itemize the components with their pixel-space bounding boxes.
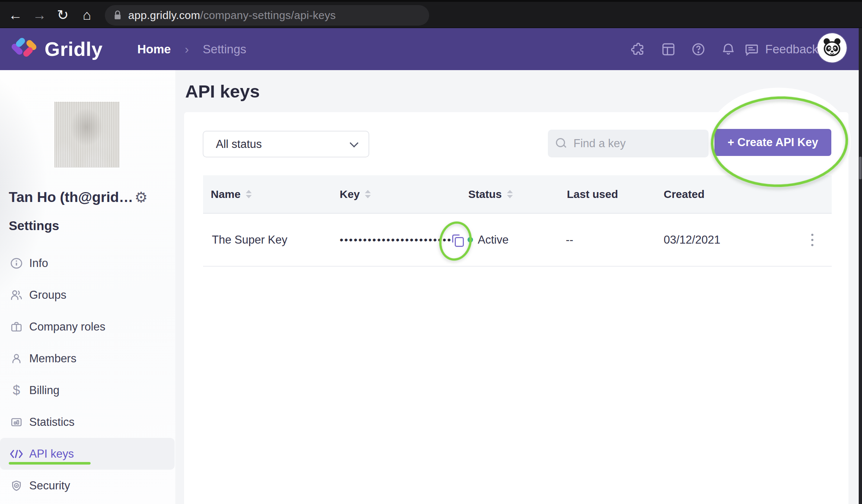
sidebar-item-label: Groups xyxy=(29,289,66,302)
url-path: /company-settings/api-keys xyxy=(200,9,336,21)
sort-icon[interactable] xyxy=(507,190,513,198)
notifications-icon[interactable] xyxy=(713,28,743,70)
browser-refresh-icon[interactable]: ↻ xyxy=(53,5,73,25)
key-name-cell: The Super Key xyxy=(212,233,287,247)
brand-name[interactable]: Gridly xyxy=(45,38,103,60)
sidebar-item-label: Statistics xyxy=(29,416,75,429)
members-icon xyxy=(9,352,23,366)
billing-icon: $ xyxy=(9,383,23,397)
sidebar-item-label: Members xyxy=(29,352,76,365)
groups-icon xyxy=(9,288,23,302)
user-avatar[interactable] xyxy=(817,33,847,62)
sidebar-item-statistics[interactable]: Statistics xyxy=(0,406,175,438)
page-title: API keys xyxy=(185,81,260,102)
statistics-icon xyxy=(9,415,23,429)
status-filter-value: All status xyxy=(216,138,262,151)
security-icon xyxy=(9,479,23,493)
browser-home-icon[interactable]: ⌂ xyxy=(77,5,97,25)
sidebar-item-api-keys[interactable]: API keys xyxy=(0,438,175,470)
user-name: Tan Ho (th@grid… xyxy=(9,189,133,205)
sidebar-item-label: Billing xyxy=(29,384,60,397)
lock-icon xyxy=(113,10,122,21)
search-input[interactable] xyxy=(573,137,690,150)
layout-icon[interactable] xyxy=(653,28,683,70)
info-icon xyxy=(9,256,23,270)
status-filter-dropdown[interactable]: All status xyxy=(203,131,369,157)
sidebar-section-title: Settings xyxy=(9,218,59,233)
last-used-cell: -- xyxy=(566,233,573,247)
company-roles-icon xyxy=(9,320,23,334)
url-host: app.gridly.com xyxy=(128,9,200,21)
sidebar-item-label: Security xyxy=(29,479,70,492)
sidebar-item-label: API keys xyxy=(29,447,74,461)
gridly-logo-icon[interactable] xyxy=(11,34,42,62)
sidebar-item-billing[interactable]: $ Billing xyxy=(0,374,175,406)
breadcrumb-home[interactable]: Home xyxy=(137,42,171,56)
sidebar-item-label: Company roles xyxy=(29,320,105,333)
help-icon[interactable] xyxy=(683,28,713,70)
app-window: ← → ↻ ⌂ app.gridly.com/company-settings/… xyxy=(0,0,862,504)
sidebar-nav: Info Groups xyxy=(0,247,175,501)
api-keys-icon xyxy=(9,447,23,461)
column-header-last-used: Last used xyxy=(567,188,618,201)
sidebar-item-info[interactable]: Info xyxy=(0,247,175,279)
table-header: Name Key Status Last used Created xyxy=(203,175,832,214)
status-cell: Active xyxy=(468,233,508,247)
column-header-name[interactable]: Name xyxy=(211,188,252,201)
browser-back-icon[interactable]: ← xyxy=(5,5,26,25)
column-header-created: Created xyxy=(664,188,705,201)
gear-icon[interactable]: ⚙ xyxy=(135,190,148,205)
panda-avatar-icon xyxy=(821,37,843,59)
page-scrollbar xyxy=(859,28,862,504)
active-item-green-underline xyxy=(9,462,91,465)
profile-picture xyxy=(54,102,119,167)
app-header: Gridly Home › Settings xyxy=(0,28,862,70)
masked-key-cell: •••••••••••••••••••••••• xyxy=(340,234,452,246)
sidebar-item-security[interactable]: Security xyxy=(0,470,175,501)
settings-sidebar: Tan Ho (th@grid… ⚙ Settings Info xyxy=(0,70,175,504)
sort-icon[interactable] xyxy=(246,190,252,198)
row-actions-menu-icon[interactable] xyxy=(805,230,820,249)
column-header-key[interactable]: Key xyxy=(340,188,371,201)
sidebar-item-company-roles[interactable]: Company roles xyxy=(0,311,175,343)
breadcrumb: Home › Settings xyxy=(137,28,246,70)
feedback-label: Feedback xyxy=(765,42,818,56)
breadcrumb-settings: Settings xyxy=(203,42,246,56)
chevron-down-icon xyxy=(350,139,358,148)
created-cell: 03/12/2021 xyxy=(664,233,720,247)
table-row: The Super Key •••••••••••••••••••••••• A… xyxy=(203,214,832,267)
search-icon xyxy=(556,138,567,149)
scrollbar-thumb[interactable] xyxy=(859,157,862,179)
column-header-status[interactable]: Status xyxy=(468,188,513,201)
status-label: Active xyxy=(478,233,508,247)
sidebar-item-groups[interactable]: Groups xyxy=(0,279,175,311)
browser-chrome: ← → ↻ ⌂ app.gridly.com/company-settings/… xyxy=(0,0,862,28)
extensions-icon[interactable] xyxy=(623,28,653,70)
feedback-button[interactable]: Feedback xyxy=(744,42,818,57)
feedback-icon xyxy=(744,42,759,57)
sort-icon[interactable] xyxy=(365,190,371,198)
breadcrumb-separator-icon: › xyxy=(185,42,189,56)
browser-forward-icon[interactable]: → xyxy=(29,5,50,25)
address-bar[interactable]: app.gridly.com/company-settings/api-keys xyxy=(105,5,429,26)
search-box xyxy=(548,130,709,157)
sidebar-item-label: Info xyxy=(29,257,48,270)
sidebar-item-members[interactable]: Members xyxy=(0,343,175,374)
